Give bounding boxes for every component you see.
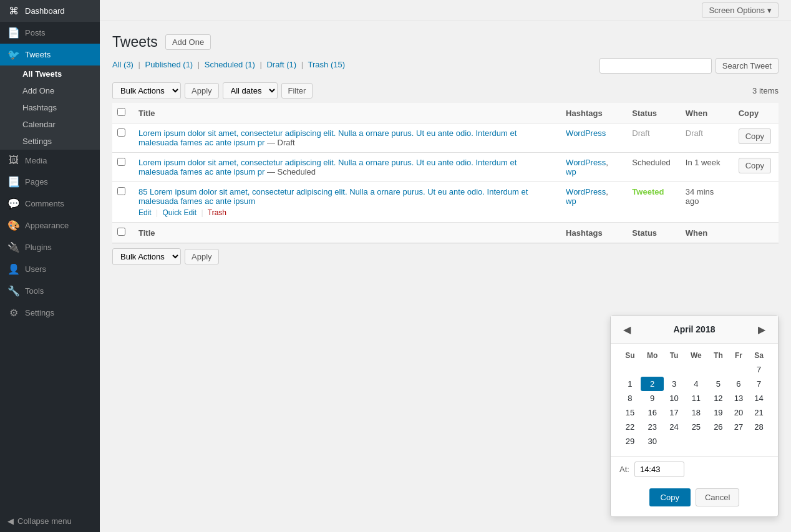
- sidebar-item-appearance[interactable]: 🎨 Appearance: [0, 215, 100, 236]
- search-tweet-button[interactable]: Search Tweet: [716, 58, 779, 74]
- cal-day[interactable]: 21: [749, 405, 769, 420]
- cal-day[interactable]: 13: [729, 391, 749, 405]
- edit-link[interactable]: Edit: [138, 208, 152, 217]
- row-checkbox[interactable]: [117, 158, 125, 166]
- calendar-copy-button[interactable]: Copy: [649, 488, 691, 506]
- sidebar-item-all-tweets[interactable]: All Tweets: [0, 65, 100, 82]
- users-icon: 👤: [7, 263, 20, 275]
- hashtag-link-2[interactable]: wp: [566, 196, 576, 206]
- cal-day[interactable]: 25: [684, 420, 708, 434]
- tweet-title-cell: 85 Lorem ipsum dolor sit amet, consectet…: [131, 182, 558, 223]
- sidebar-item-label: Users: [25, 264, 46, 274]
- hashtag-link[interactable]: WordPress: [566, 128, 606, 138]
- cal-day-header-we: We: [684, 349, 708, 362]
- copy-button[interactable]: Copy: [739, 158, 771, 173]
- cal-day[interactable]: 20: [729, 405, 749, 420]
- sidebar-item-label: Posts: [25, 28, 46, 37]
- sidebar-item-settings[interactable]: Settings: [0, 133, 100, 150]
- sidebar-item-pages[interactable]: 📃 Pages: [0, 171, 100, 193]
- cal-day[interactable]: 30: [641, 434, 664, 448]
- cal-day[interactable]: 16: [641, 405, 664, 420]
- cal-day[interactable]: 17: [664, 405, 684, 420]
- calendar-prev-button[interactable]: ◀: [619, 322, 634, 337]
- tweet-title-link[interactable]: Lorem ipsum dolor sit amet, consectetur …: [138, 158, 517, 177]
- cal-day[interactable]: 18: [684, 405, 708, 420]
- calendar-cancel-button[interactable]: Cancel: [696, 488, 739, 506]
- filter-all-link[interactable]: All (3): [112, 60, 133, 69]
- cal-day[interactable]: 9: [641, 391, 664, 405]
- cal-day[interactable]: 24: [664, 420, 684, 434]
- sidebar-item-dashboard[interactable]: ⌘ Dashboard: [0, 0, 100, 22]
- table-row: 85 Lorem ipsum dolor sit amet, consectet…: [112, 182, 779, 223]
- tweet-title-link[interactable]: Lorem ipsum dolor sit amet, consectetur …: [138, 128, 517, 147]
- filter-published-link[interactable]: Published (1): [145, 60, 193, 69]
- toolbar-left: Bulk Actions Apply All dates Filter: [112, 82, 313, 99]
- collapse-menu[interactable]: ◀ Collapse menu: [0, 510, 100, 532]
- sidebar-item-posts[interactable]: 📄 Posts: [0, 22, 100, 44]
- cal-day[interactable]: 27: [729, 420, 749, 434]
- table-row: Lorem ipsum dolor sit amet, consectetur …: [112, 123, 779, 153]
- col-footer-status: Status: [624, 223, 677, 243]
- hashtag-link-2[interactable]: wp: [566, 167, 576, 177]
- sidebar-item-calendar[interactable]: Calendar: [0, 116, 100, 133]
- tweet-title-link[interactable]: 85 Lorem ipsum dolor sit amet, consectet…: [138, 187, 528, 206]
- row-checkbox[interactable]: [117, 187, 125, 195]
- cal-day[interactable]: 26: [708, 420, 729, 434]
- cal-day[interactable]: 7: [749, 362, 769, 377]
- sidebar-item-tools[interactable]: 🔧 Tools: [0, 280, 100, 302]
- cal-day[interactable]: 11: [684, 391, 708, 405]
- cal-day[interactable]: 23: [641, 420, 664, 434]
- hashtag-link[interactable]: WordPress: [566, 158, 606, 167]
- cal-day[interactable]: 1: [619, 377, 641, 391]
- cal-day[interactable]: 28: [749, 420, 769, 434]
- cal-day[interactable]: 10: [664, 391, 684, 405]
- hashtag-link[interactable]: WordPress: [566, 187, 606, 196]
- cal-day[interactable]: 5: [708, 377, 729, 391]
- cal-day[interactable]: 4: [684, 377, 708, 391]
- sidebar-item-settings-main[interactable]: ⚙ Settings: [0, 302, 100, 324]
- select-all-checkbox[interactable]: [117, 108, 125, 116]
- cal-day[interactable]: 29: [619, 434, 641, 448]
- col-footer-title: Title: [131, 223, 558, 243]
- sidebar-item-add-one[interactable]: Add One: [0, 82, 100, 99]
- cal-day[interactable]: 7: [749, 377, 769, 391]
- cal-day[interactable]: 15: [619, 405, 641, 420]
- sidebar-item-hashtags[interactable]: Hashtags: [0, 99, 100, 116]
- bulk-actions-select[interactable]: Bulk Actions: [112, 82, 181, 99]
- row-checkbox[interactable]: [117, 128, 125, 137]
- screen-options-button[interactable]: Screen Options ▾: [702, 2, 779, 18]
- search-input[interactable]: [599, 58, 712, 74]
- sidebar-item-media[interactable]: 🖼 Media: [0, 150, 100, 171]
- cal-day[interactable]: 14: [749, 391, 769, 405]
- quick-edit-link[interactable]: Quick Edit: [163, 208, 197, 217]
- sidebar-item-tweets[interactable]: 🐦 Tweets: [0, 44, 100, 65]
- copy-button[interactable]: Copy: [739, 128, 771, 144]
- bulk-actions-select-bottom[interactable]: Bulk Actions: [112, 248, 181, 265]
- select-all-checkbox-bottom[interactable]: [117, 228, 125, 236]
- filter-trash-link[interactable]: Trash (15): [308, 60, 345, 69]
- filter-draft-link[interactable]: Draft (1): [266, 60, 296, 69]
- calendar-next-button[interactable]: ▶: [754, 322, 769, 337]
- apply-button-bottom[interactable]: Apply: [185, 249, 219, 264]
- filter-button[interactable]: Filter: [281, 83, 313, 99]
- trash-link[interactable]: Trash: [208, 208, 226, 217]
- calendar-month-year: April 2018: [674, 324, 716, 334]
- col-header-status: Status: [624, 103, 677, 123]
- cal-day[interactable]: 12: [708, 391, 729, 405]
- sidebar-item-plugins[interactable]: 🔌 Plugins: [0, 236, 100, 258]
- cal-day[interactable]: 19: [708, 405, 729, 420]
- filter-scheduled-link[interactable]: Scheduled (1): [205, 60, 255, 69]
- date-filter-select[interactable]: All dates: [223, 82, 278, 99]
- cal-day-empty: [684, 362, 708, 377]
- sidebar-item-users[interactable]: 👤 Users: [0, 258, 100, 280]
- cal-day[interactable]: 8: [619, 391, 641, 405]
- calendar-time-input[interactable]: [634, 462, 684, 477]
- add-one-button[interactable]: Add One: [165, 34, 211, 50]
- cal-day-today[interactable]: 2: [641, 377, 664, 391]
- sidebar-item-comments[interactable]: 💬 Comments: [0, 193, 100, 215]
- cal-day[interactable]: 22: [619, 420, 641, 434]
- cal-day[interactable]: 6: [729, 377, 749, 391]
- apply-button[interactable]: Apply: [185, 83, 219, 99]
- sidebar-item-label: Appearance: [25, 221, 69, 230]
- cal-day[interactable]: 3: [664, 377, 684, 391]
